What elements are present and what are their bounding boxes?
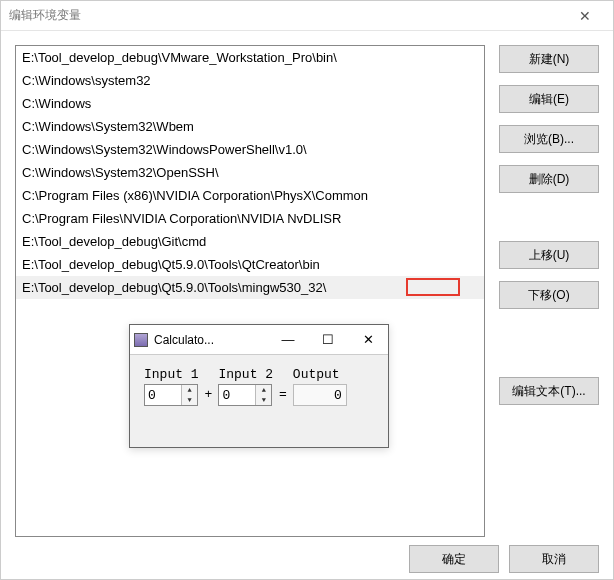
movedown-button[interactable]: 下移(O) bbox=[499, 281, 599, 309]
edit-button[interactable]: 编辑(E) bbox=[499, 85, 599, 113]
list-item[interactable]: C:\Program Files\NVIDIA Corporation\NVID… bbox=[16, 207, 484, 230]
list-item[interactable]: C:\Windows\system32 bbox=[16, 69, 484, 92]
browse-button[interactable]: 浏览(B)... bbox=[499, 125, 599, 153]
chevron-down-icon[interactable]: ▼ bbox=[182, 395, 197, 405]
output-label: Output bbox=[293, 367, 347, 382]
input1-stepper[interactable]: ▲ ▼ bbox=[144, 384, 198, 406]
list-item[interactable]: C:\Windows\System32\Wbem bbox=[16, 115, 484, 138]
ok-button[interactable]: 确定 bbox=[409, 545, 499, 573]
calc-titlebar[interactable]: Calculato... — ☐ ✕ bbox=[130, 325, 388, 355]
output-value: 0 bbox=[293, 384, 347, 406]
input2-stepper[interactable]: ▲ ▼ bbox=[218, 384, 272, 406]
list-item[interactable]: C:\Windows\System32\WindowsPowerShell\v1… bbox=[16, 138, 484, 161]
side-buttons: 新建(N) 编辑(E) 浏览(B)... 删除(D) 上移(U) 下移(O) 编… bbox=[499, 45, 599, 537]
delete-button[interactable]: 删除(D) bbox=[499, 165, 599, 193]
input1-field[interactable] bbox=[145, 385, 181, 405]
input1-label: Input 1 bbox=[144, 367, 199, 382]
calc-title: Calculato... bbox=[154, 333, 268, 347]
new-button[interactable]: 新建(N) bbox=[499, 45, 599, 73]
list-item[interactable]: E:\Tool_develop_debug\Git\cmd bbox=[16, 230, 484, 253]
edittext-button[interactable]: 编辑文本(T)... bbox=[499, 377, 599, 405]
path-list[interactable]: E:\Tool_develop_debug\VMware_Workstation… bbox=[15, 45, 485, 537]
list-item[interactable]: E:\Tool_develop_debug\Qt5.9.0\Tools\QtCr… bbox=[16, 253, 484, 276]
list-item[interactable]: C:\Windows\System32\OpenSSH\ bbox=[16, 161, 484, 184]
input2-field[interactable] bbox=[219, 385, 255, 405]
list-item[interactable]: E:\Tool_develop_debug\VMware_Workstation… bbox=[16, 46, 484, 69]
chevron-up-icon[interactable]: ▲ bbox=[256, 385, 271, 395]
list-item[interactable]: C:\Program Files (x86)\NVIDIA Corporatio… bbox=[16, 184, 484, 207]
env-var-dialog: 编辑环境变量 ✕ E:\Tool_develop_debug\VMware_Wo… bbox=[0, 0, 614, 580]
calc-body: Input 1 ▲ ▼ + Input 2 ▲ ▼ bbox=[130, 355, 388, 418]
close-icon[interactable]: ✕ bbox=[348, 325, 388, 355]
moveup-button[interactable]: 上移(U) bbox=[499, 241, 599, 269]
calculator-window: Calculato... — ☐ ✕ Input 1 ▲ ▼ + Input 2 bbox=[129, 324, 389, 448]
dialog-title: 编辑环境变量 bbox=[9, 7, 565, 24]
footer: 确定 取消 bbox=[409, 545, 599, 573]
titlebar: 编辑环境变量 ✕ bbox=[1, 1, 613, 31]
list-item[interactable]: E:\Tool_develop_debug\Qt5.9.0\Tools\ming… bbox=[16, 276, 484, 299]
equals-label: = bbox=[279, 387, 287, 406]
close-icon[interactable]: ✕ bbox=[565, 8, 605, 24]
plus-label: + bbox=[205, 387, 213, 406]
chevron-up-icon[interactable]: ▲ bbox=[182, 385, 197, 395]
chevron-down-icon[interactable]: ▼ bbox=[256, 395, 271, 405]
input2-label: Input 2 bbox=[218, 367, 273, 382]
list-item[interactable]: C:\Windows bbox=[16, 92, 484, 115]
cancel-button[interactable]: 取消 bbox=[509, 545, 599, 573]
calc-app-icon bbox=[134, 333, 148, 347]
minimize-icon[interactable]: — bbox=[268, 325, 308, 355]
maximize-icon[interactable]: ☐ bbox=[308, 325, 348, 355]
